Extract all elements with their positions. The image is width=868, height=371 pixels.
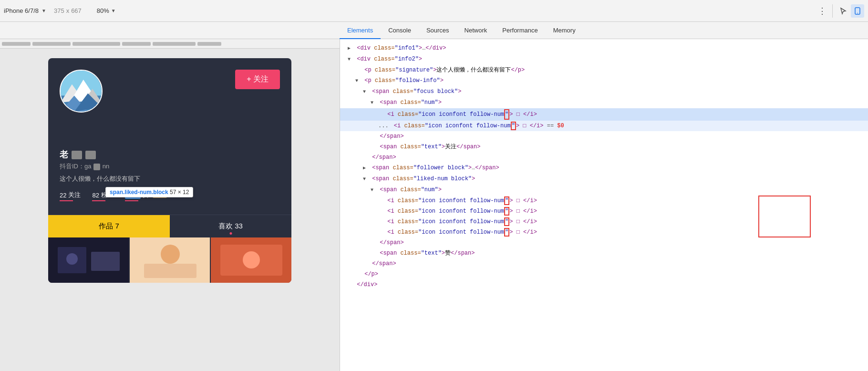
devtools-elements-panel: <div class="info1">…</div> <div class="i… (340, 39, 868, 371)
device-toggle-icon (854, 7, 861, 15)
red-box-indicator-2: " (511, 122, 516, 130)
dom-line-num-close-liked[interactable]: </span> (340, 237, 868, 248)
cursor-mode-button[interactable] (837, 4, 850, 18)
cursor-icon (839, 7, 847, 15)
card-tabs: 作品 7 喜欢 33 (48, 215, 291, 237)
dom-line-div-close[interactable]: </div> (340, 279, 868, 290)
tab-sources[interactable]: Sources (419, 22, 457, 39)
stat-underline-1 (60, 200, 73, 201)
triangle-follow-info (355, 77, 361, 85)
dom-line-i-liked-3[interactable]: <i class="icon iconfont follow-num"> □ <… (340, 216, 868, 227)
dom-line-follow-info[interactable]: <p class="follow-info"> (340, 75, 868, 86)
ruler-bar (0, 39, 340, 49)
stat-underline-3 (125, 200, 138, 201)
dom-line-i-liked-1[interactable]: <i class="icon iconfont follow-num"> □ <… (340, 196, 868, 206)
height-value: 667 (71, 7, 82, 14)
device-toggle-button[interactable] (851, 4, 864, 18)
stat-following-label: 22 关注 (60, 191, 81, 199)
svg-point-18 (243, 251, 260, 268)
dom-line-num-open[interactable]: <span class="num"> (340, 97, 868, 108)
dom-line-liked-num-block[interactable]: <span class="liked-num block"> (340, 174, 868, 185)
tab-memory[interactable]: Memory (546, 22, 583, 39)
ruler-seg-6 (197, 42, 221, 46)
thumbnail-3[interactable] (211, 237, 291, 283)
ruler-seg-5 (153, 42, 196, 46)
dom-line-p-close[interactable]: </p> (340, 269, 868, 279)
user-id: 抖音ID：ga nn (60, 162, 280, 171)
dollar-zero: == (547, 123, 558, 129)
liked-tab-dot (229, 232, 232, 235)
red-box-indicator-1: " (504, 109, 509, 120)
dom-line-i-liked-4[interactable]: <i class="icon iconfont follow-num"> □ <… (340, 227, 868, 237)
more-options-icon[interactable]: ⋮ (814, 6, 830, 16)
dom-line-i-selected-2[interactable]: ... <i class="icon iconfont follow-num">… (340, 121, 868, 131)
device-name: iPhone 6/7/8 (4, 7, 39, 14)
app-card-header: + 关注 (48, 58, 291, 120)
triangle-focus-block (363, 88, 369, 96)
tab-elements[interactable]: Elements (340, 22, 381, 39)
user-info: 老 抖音ID：ga nn 这个人很懒，什么都没有留下 span.liked-nu… (48, 149, 291, 215)
dom-line-focus-block[interactable]: <span class="focus block"> (340, 86, 868, 97)
avatar-image (61, 71, 102, 112)
ruler-seg-1 (2, 42, 31, 46)
tooltip-dimensions: 57 × 12 (170, 189, 189, 196)
devtools-toolbar: iPhone 6/7/8 ▼ 375 x 667 80% ▼ ⋮ (0, 0, 868, 22)
dom-line-info2-open[interactable]: <div class="info2"> (340, 54, 868, 65)
tab-network[interactable]: Network (457, 22, 495, 39)
thumbnail-1[interactable] (48, 237, 129, 283)
dom-line-span-close-1[interactable]: </span> (340, 131, 868, 142)
red-inline-4: " (504, 228, 509, 237)
triangle-liked-num-inner (371, 186, 376, 195)
svg-rect-15 (144, 264, 196, 278)
stat-underline-2 (92, 200, 105, 201)
dom-line-text-likes[interactable]: <span class="text">赞</span> (340, 248, 868, 258)
svg-point-11 (66, 253, 78, 265)
dimension-separator: x (66, 7, 70, 14)
dom-line-text-follow[interactable]: <span class="text">关注</span> (340, 142, 868, 152)
triangle-info2 (348, 55, 353, 64)
triangle-liked-num (363, 175, 369, 184)
red-inline-3: " (504, 217, 509, 226)
user-name: 老 (60, 149, 280, 160)
red-box-section: <i class="icon iconfont follow-num"> □ <… (340, 196, 868, 237)
dom-line-follower-block[interactable]: <span class="follower block">…</span> (340, 163, 868, 174)
name-block-2 (85, 151, 96, 159)
stat-following[interactable]: 22 关注 (60, 191, 81, 201)
triangle-info1 (348, 44, 353, 53)
dom-line-focus-block-close[interactable]: </span> (340, 152, 868, 163)
red-inline-1: " (504, 196, 509, 205)
dollar-zero-value: $0 (557, 123, 564, 129)
thumbnail-2[interactable] (130, 237, 210, 283)
device-dropdown-arrow[interactable]: ▼ (41, 8, 46, 13)
devtools-tab-bar: Elements Console Sources Network Perform… (0, 22, 868, 39)
tab-console[interactable]: Console (381, 22, 419, 39)
follow-button[interactable]: + 关注 (235, 70, 280, 89)
tab-performance[interactable]: Performance (495, 22, 545, 39)
dom-line-i-liked-2[interactable]: <i class="icon iconfont follow-num"> □ <… (340, 206, 868, 216)
ruler-seg-3 (72, 42, 120, 46)
triangle-follower (363, 164, 369, 173)
tooltip-class: span.liked-num.block (110, 189, 168, 196)
dom-line-i-selected-1[interactable]: <i class="icon iconfont follow-num"> □ <… (340, 108, 868, 121)
user-bio: 这个人很懒，什么都没有留下 (60, 175, 280, 183)
avatar (60, 70, 103, 113)
svg-rect-12 (91, 252, 120, 271)
card-tab-works[interactable]: 作品 7 (48, 215, 170, 237)
dom-line-liked-num-inner[interactable]: <span class="num"> (340, 185, 868, 196)
dom-line-info1[interactable]: <div class="info1">…</div> (340, 43, 868, 54)
dom-line-signature[interactable]: <p class="signature">这个人很懒，什么都没有留下</p> (340, 65, 868, 75)
dom-line-liked-num-close[interactable]: </span> (340, 258, 868, 269)
main-content: + 关注 老 抖音ID：ga nn 这个人很懒，什么都没有留下 (0, 39, 868, 371)
width-value: 375 (54, 7, 64, 14)
thumbnail-2-image (130, 237, 210, 283)
thumbnail-3-image (211, 237, 291, 283)
zoom-control[interactable]: 80% ▼ (89, 7, 116, 14)
app-card: + 关注 老 抖音ID：ga nn 这个人很懒，什么都没有留下 (48, 58, 291, 283)
dots-indicator: ... (378, 123, 389, 129)
zoom-dropdown-arrow[interactable]: ▼ (111, 8, 116, 13)
card-tab-liked[interactable]: 喜欢 33 (170, 215, 291, 237)
tooltip: span.liked-num.block 57 × 12 (105, 187, 193, 197)
name-block-1 (72, 151, 82, 159)
ruler-seg-4 (122, 42, 151, 46)
device-selector[interactable]: iPhone 6/7/8 ▼ (4, 7, 46, 14)
